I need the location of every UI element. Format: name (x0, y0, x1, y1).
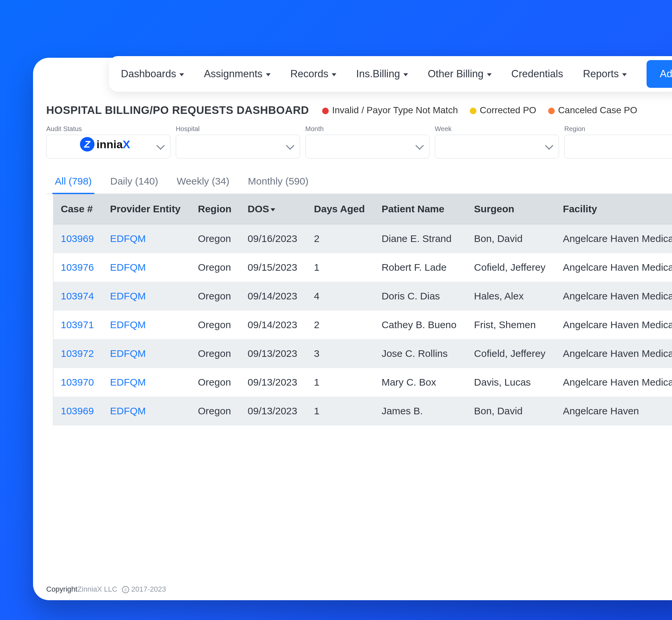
cell-surgeon: Frist, Shemen (467, 311, 556, 340)
table-row[interactable]: 103969EDFQMOregon09/13/20231James B.Bon,… (53, 397, 672, 425)
cell-facility: Angelcare Haven Medical Center (556, 368, 672, 397)
cell-surgeon: Cofield, Jefferey (467, 253, 556, 282)
cell-region: Oregon (191, 282, 241, 311)
cell-case[interactable]: 103969 (53, 397, 103, 425)
filter-month: Month (305, 125, 430, 158)
filter-label: Audit Status (46, 125, 171, 133)
chevron-down-icon (179, 73, 184, 76)
chevron-down-icon (487, 73, 492, 76)
table-row[interactable]: 103976EDFQMOregon09/15/20231Robert F. La… (53, 253, 672, 282)
cell-dos: 09/14/2023 (241, 282, 307, 311)
col-patient-name[interactable]: Patient Name (374, 194, 467, 224)
cell-provider[interactable]: EDFQM (103, 340, 191, 368)
stage: Z inniaX HOSPITAL BILLING/PO REQUESTS DA… (0, 0, 672, 620)
nav-item-records[interactable]: Records (290, 68, 336, 80)
filter-select[interactable] (305, 135, 430, 158)
cell-region: Oregon (191, 311, 241, 340)
table-row[interactable]: 103971EDFQMOregon09/14/20232Cathey B. Bu… (53, 311, 672, 340)
cell-facility: Angelcare Haven Medical Center (556, 311, 672, 340)
chevron-down-icon (622, 73, 627, 76)
cell-facility: Angelcare Haven Medical Center (556, 282, 672, 311)
table-row[interactable]: 103972EDFQMOregon09/13/20233Jose C. Roll… (53, 340, 672, 368)
nav-item-other-billing[interactable]: Other Billing (428, 68, 492, 80)
tab-daily[interactable]: Daily (140) (108, 170, 160, 194)
cell-case[interactable]: 103974 (53, 282, 103, 311)
cell-case[interactable]: 103976 (53, 253, 103, 282)
legend-item: Invalid / Payor Type Not Match (322, 105, 458, 115)
content: HOSPITAL BILLING/PO REQUESTS DASHBOARD I… (46, 101, 672, 580)
page-title: HOSPITAL BILLING/PO REQUESTS DASHBOARD (46, 104, 309, 116)
cell-days: 1 (306, 368, 374, 397)
filters: Audit StatusHospitalMonthWeekRegion (46, 123, 672, 165)
col-days-aged[interactable]: Days Aged (306, 194, 374, 224)
cell-case[interactable]: 103971 (53, 311, 103, 340)
tab-all[interactable]: All (798) (53, 170, 94, 194)
chevron-down-icon (286, 141, 294, 150)
sort-desc-icon (271, 208, 275, 211)
cell-days: 2 (306, 224, 374, 253)
status-dot-icon (322, 108, 329, 114)
col-region[interactable]: Region (191, 194, 241, 224)
cell-surgeon: Cofield, Jefferey (467, 340, 556, 368)
chevron-down-icon (545, 141, 553, 150)
filter-label: Region (564, 125, 672, 133)
cell-facility: Angelcare Haven Medical Center (556, 340, 672, 368)
filter-select[interactable] (564, 135, 672, 158)
col-dos[interactable]: DOS (241, 194, 307, 224)
nav-item-label: Assignments (204, 68, 262, 80)
nav-item-label: Other Billing (428, 68, 484, 80)
tabs: All (798)Daily (140)Weekly (34)Monthly (… (46, 167, 672, 194)
cell-days: 1 (306, 253, 374, 282)
filter-label: Week (435, 125, 559, 133)
col-case-[interactable]: Case # (53, 194, 103, 224)
status-dot-icon (470, 108, 476, 114)
cell-surgeon: Bon, David (467, 224, 556, 253)
filter-hospital: Hospital (176, 125, 300, 158)
nav-item-assignments[interactable]: Assignments (204, 68, 270, 80)
table-row[interactable]: 103970EDFQMOregon09/13/20231Mary C. BoxD… (53, 368, 672, 397)
cell-case[interactable]: 103970 (53, 368, 103, 397)
nav-item-label: Ins.Billing (356, 68, 400, 80)
tab-weekly[interactable]: Weekly (34) (175, 170, 232, 194)
cell-provider[interactable]: EDFQM (103, 253, 191, 282)
cell-dos: 09/13/2023 (241, 397, 307, 425)
cell-provider[interactable]: EDFQM (103, 311, 191, 340)
chevron-down-icon (403, 73, 408, 76)
legend-item: Corrected PO (470, 105, 536, 115)
cell-region: Oregon (191, 224, 241, 253)
brand-mark-icon: Z (80, 137, 95, 152)
nav-item-dashboards[interactable]: Dashboards (121, 68, 184, 80)
cell-provider[interactable]: EDFQM (103, 397, 191, 425)
nav-item-label: Reports (583, 68, 619, 80)
table-row[interactable]: 103969EDFQMOregon09/16/20232Diane E. Str… (53, 224, 672, 253)
brand-name: inniaX (96, 138, 130, 151)
col-facility[interactable]: Facility (556, 194, 672, 224)
cell-patient: James B. (374, 397, 467, 425)
table-row[interactable]: 103974EDFQMOregon09/14/20234Doris C. Dia… (53, 282, 672, 311)
status-dot-icon (548, 108, 555, 114)
nav-item-reports[interactable]: Reports (583, 68, 627, 80)
tab-monthly[interactable]: Monthly (590) (246, 170, 310, 194)
cell-days: 3 (306, 340, 374, 368)
add-button[interactable]: Add (646, 60, 672, 88)
cell-facility: Angelcare Haven Medical Center (556, 224, 672, 253)
cell-provider[interactable]: EDFQM (103, 282, 191, 311)
chevron-down-icon (156, 141, 164, 150)
cell-provider[interactable]: EDFQM (103, 224, 191, 253)
cell-patient: Doris C. Dias (374, 282, 467, 311)
footer-copyright: Copyright (46, 585, 77, 593)
copyright-icon: c (122, 586, 129, 593)
col-provider-entity[interactable]: Provider Entity (103, 194, 191, 224)
cell-case[interactable]: 103969 (53, 224, 103, 253)
cell-surgeon: Hales, Alex (467, 282, 556, 311)
cell-dos: 09/13/2023 (241, 340, 307, 368)
filter-select[interactable] (435, 135, 559, 158)
nav-item-ins-billing[interactable]: Ins.Billing (356, 68, 408, 80)
filter-select[interactable] (176, 135, 300, 158)
chevron-down-icon (415, 141, 424, 150)
cell-provider[interactable]: EDFQM (103, 368, 191, 397)
legend: Invalid / Payor Type Not MatchCorrected … (322, 105, 637, 115)
cell-case[interactable]: 103972 (53, 340, 103, 368)
nav-item-credentials[interactable]: Credentials (512, 68, 563, 80)
col-surgeon[interactable]: Surgeon (467, 194, 556, 224)
